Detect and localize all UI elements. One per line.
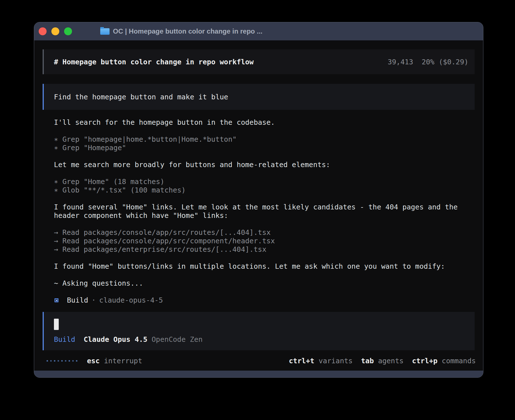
tool-call-grep: ∗ Grep "Homepage": [54, 144, 463, 152]
folder-icon: [100, 28, 110, 35]
assistant-message: Let me search more broadly for buttons a…: [54, 161, 463, 169]
context-usage-cost: 20% ($0.29): [422, 58, 468, 66]
shortcut-key: tab: [361, 357, 374, 365]
tool-bullet-icon: ∗: [54, 186, 62, 194]
user-message-text: Find the homepage button and make it blu…: [54, 93, 228, 101]
statusbar: esc interrupt ctrl+t variants tab agents…: [44, 356, 475, 365]
tool-call-text: Read packages/enterprise/src/routes/[...…: [62, 245, 266, 254]
tool-bullet-icon: ∗: [54, 178, 62, 186]
assistant-message: I found "Home" buttons/links in multiple…: [54, 262, 463, 271]
agent-model: claude-opus-4-5: [99, 296, 163, 305]
arrow-icon: →: [54, 245, 62, 254]
terminal-window: OC | Homepage button color change in rep…: [34, 22, 483, 378]
session-stats: 39,413 20% ($0.29): [388, 58, 468, 66]
arrow-icon: →: [54, 228, 62, 237]
working-status: ~ Asking questions...: [54, 279, 463, 288]
maximize-window-button[interactable]: [64, 27, 72, 35]
shortcut-label: agents: [378, 357, 403, 365]
agent-build-icon: [54, 298, 58, 302]
shortcut-key: ctrl+t: [289, 357, 314, 365]
tool-call-grep: ∗ Grep "Home" (18 matches): [54, 178, 463, 186]
text-cursor: [54, 319, 59, 330]
tilde-icon: ~: [54, 279, 62, 288]
tool-call-group: → Read packages/console/app/src/routes/[…: [54, 228, 463, 254]
shortcut-agents: tab agents: [361, 357, 403, 365]
assistant-message: I'll search for the homepage button in t…: [54, 118, 463, 127]
input-model-label: Claude Opus 4.5: [84, 335, 147, 344]
window-title: OC | Homepage button color change in rep…: [113, 27, 262, 35]
shortcut-key: ctrl+p: [412, 357, 437, 365]
agent-name: Build: [67, 296, 88, 305]
input-agent-label: Build: [54, 335, 75, 344]
separator-dot: ·: [91, 296, 96, 305]
terminal-content: # Homepage button color change in repo w…: [34, 40, 483, 371]
tool-call-text: Grep "homepage|home.*button|Home.*button…: [62, 135, 237, 144]
session-title: # Homepage button color change in repo w…: [54, 58, 254, 66]
tool-call-text: Grep "Home" (18 matches): [62, 178, 164, 186]
tool-call-text: Grep "Homepage": [62, 144, 126, 152]
shortcut-label: variants: [318, 357, 352, 365]
input-provider-label: OpenCode Zen: [152, 335, 203, 344]
working-status-text: Asking questions...: [62, 279, 143, 288]
minimize-window-button[interactable]: [51, 27, 59, 35]
session-header: # Homepage button color change in repo w…: [43, 49, 475, 74]
tool-call-text: Glob "**/*.tsx" (100 matches): [62, 186, 186, 194]
tool-call-read: → Read packages/console/app/src/routes/[…: [54, 228, 463, 237]
esc-key-label: esc: [87, 357, 100, 365]
tool-call-text: Read packages/console/app/src/component/…: [62, 237, 275, 245]
conversation: I'll search for the homepage button in t…: [54, 118, 463, 305]
traffic-lights: [39, 27, 72, 35]
shortcut-interrupt: esc interrupt: [87, 357, 142, 365]
tool-bullet-icon: ∗: [54, 144, 62, 152]
agent-status-line: Build · claude-opus-4-5: [54, 296, 463, 305]
tool-call-read: → Read packages/console/app/src/componen…: [54, 237, 463, 245]
close-window-button[interactable]: [39, 27, 47, 35]
window-bottom-strip: [34, 371, 483, 377]
shortcut-variants: ctrl+t variants: [289, 357, 353, 365]
input-meta: Build Claude Opus 4.5 OpenCode Zen: [54, 335, 464, 344]
shortcut-label: commands: [442, 357, 476, 365]
tool-bullet-icon: ∗: [54, 135, 62, 144]
titlebar[interactable]: OC | Homepage button color change in rep…: [34, 22, 483, 40]
spinner-dots: [47, 360, 77, 362]
shortcut-hints: ctrl+t variants tab agents ctrl+p comman…: [289, 357, 476, 365]
esc-action-label: interrupt: [104, 357, 142, 365]
shortcut-commands: ctrl+p commands: [412, 357, 476, 365]
tool-call-read: → Read packages/enterprise/src/routes/[.…: [54, 245, 463, 254]
assistant-message: I found several "Home" links. Let me loo…: [54, 203, 463, 220]
tool-call-glob: ∗ Glob "**/*.tsx" (100 matches): [54, 186, 463, 194]
prompt-input[interactable]: Build Claude Opus 4.5 OpenCode Zen: [43, 312, 475, 350]
arrow-icon: →: [54, 237, 62, 245]
user-message: Find the homepage button and make it blu…: [43, 84, 475, 110]
tool-call-group: ∗ Grep "homepage|home.*button|Home.*butt…: [54, 135, 463, 152]
tool-call-text: Read packages/console/app/src/routes/[..…: [62, 228, 271, 237]
token-count: 39,413: [388, 58, 413, 66]
tool-call-group: ∗ Grep "Home" (18 matches) ∗ Glob "**/*.…: [54, 178, 463, 194]
tool-call-grep: ∗ Grep "homepage|home.*button|Home.*butt…: [54, 135, 463, 144]
